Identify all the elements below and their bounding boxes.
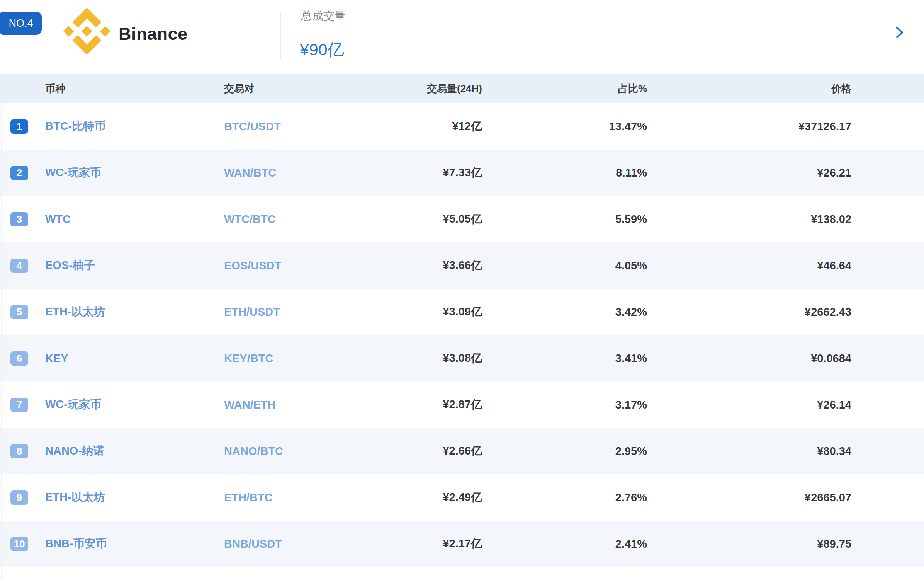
trading-pair-link[interactable]: WTC/BTC [214, 213, 337, 226]
rank-badge: 6 [10, 351, 28, 366]
price-cell: ¥26.21 [647, 167, 851, 179]
coin-name-link[interactable]: WC-玩家币 [35, 165, 214, 181]
price-cell: ¥2662.43 [647, 306, 851, 318]
total-volume-value: ¥90亿 [300, 39, 344, 61]
volume-cell: ¥12亿 [337, 119, 482, 134]
rank-badge: 2 [10, 166, 28, 180]
table-header-row: 币种 交易对 交易量(24H) 占比% 价格 [0, 74, 924, 103]
volume-cell: ¥2.49亿 [337, 490, 482, 505]
trading-pair-link[interactable]: ETH/USDT [214, 306, 337, 318]
table-row[interactable]: 4 EOS-柚子 EOS/USDT ¥3.66亿 4.05% ¥46.64 [0, 242, 924, 289]
share-cell: 2.95% [482, 445, 647, 458]
table-header-coin: 币种 [35, 82, 214, 95]
volume-cell: ¥3.66亿 [337, 258, 482, 273]
share-cell: 3.41% [482, 352, 647, 365]
table-row[interactable]: 8 NANO-纳诺 NANO/BTC ¥2.66亿 2.95% ¥80.34 [0, 428, 924, 474]
rank-cell: 5 [0, 305, 35, 319]
rank-badge: 10 [10, 537, 28, 551]
coin-name-link[interactable]: BTC-比特币 [35, 119, 214, 134]
header-divider [280, 13, 281, 59]
rank-cell: 10 [0, 537, 35, 551]
rank-cell: 8 [0, 444, 35, 458]
rank-cell: 3 [0, 212, 35, 226]
trading-pair-link[interactable]: WAN/ETH [214, 398, 337, 411]
table-row[interactable]: 6 KEY KEY/BTC ¥3.08亿 3.41% ¥0.0684 [0, 335, 924, 381]
table-header-price: 价格 [647, 82, 851, 95]
price-cell: ¥80.34 [647, 445, 851, 458]
rank-badge: 9 [10, 490, 28, 505]
price-cell: ¥2665.07 [647, 491, 851, 504]
volume-cell: ¥3.09亿 [337, 304, 482, 320]
rank-badge: 3 [10, 212, 28, 226]
page-left-border [1, 0, 2, 579]
price-cell: ¥46.64 [647, 259, 851, 272]
share-cell: 13.47% [482, 120, 647, 133]
rank-position-label: NO.4 [8, 17, 33, 29]
trading-pair-link[interactable]: NANO/BTC [214, 445, 337, 458]
total-volume-label: 总成交量 [301, 9, 346, 24]
volume-cell: ¥5.05亿 [337, 211, 482, 227]
table-header-share: 占比% [482, 82, 647, 95]
coin-name-link[interactable]: WTC [35, 213, 214, 226]
price-cell: ¥138.02 [647, 213, 851, 226]
share-cell: 2.41% [482, 538, 647, 550]
trading-pair-link[interactable]: EOS/USDT [214, 259, 337, 272]
table-header-pair: 交易对 [214, 82, 337, 95]
share-cell: 3.17% [482, 398, 647, 411]
coin-name-link[interactable]: ETH-以太坊 [35, 490, 214, 505]
price-cell: ¥26.14 [647, 398, 851, 411]
exchange-name: Binance [119, 0, 188, 68]
binance-logo-icon [63, 8, 110, 55]
table-header-volume: 交易量(24H) [337, 82, 482, 95]
volume-cell: ¥2.66亿 [337, 443, 482, 459]
volume-cell: ¥7.33亿 [337, 165, 482, 181]
coin-name-link[interactable]: BNB-币安币 [35, 536, 214, 552]
rank-cell: 4 [0, 259, 35, 273]
rank-badge: 5 [10, 305, 28, 319]
volume-cell: ¥3.08亿 [337, 351, 482, 366]
volume-cell: ¥2.17亿 [337, 536, 482, 552]
rank-badge: 4 [10, 259, 28, 273]
coin-name-link[interactable]: WC-玩家币 [35, 397, 214, 412]
trading-pair-link[interactable]: ETH/BTC [214, 491, 337, 504]
rank-position-badge: NO.4 [0, 12, 42, 35]
trading-pair-link[interactable]: KEY/BTC [214, 352, 337, 365]
share-cell: 2.76% [482, 491, 647, 504]
volume-cell: ¥2.87亿 [337, 397, 482, 412]
share-cell: 3.42% [482, 306, 647, 318]
coin-name-link[interactable]: NANO-纳诺 [35, 443, 214, 459]
rank-cell: 2 [0, 166, 35, 180]
table-row[interactable]: 7 WC-玩家币 WAN/ETH ¥2.87亿 3.17% ¥26.14 [0, 381, 924, 428]
rank-cell: 9 [0, 490, 35, 505]
table-row[interactable]: 3 WTC WTC/BTC ¥5.05亿 5.59% ¥138.02 [0, 196, 924, 242]
table-body: 1 BTC-比特币 BTC/USDT ¥12亿 13.47% ¥37126.17… [0, 103, 924, 567]
share-cell: 8.11% [482, 167, 647, 179]
trading-pair-link[interactable]: BNB/USDT [214, 538, 337, 550]
table-row[interactable]: 9 ETH-以太坊 ETH/BTC ¥2.49亿 2.76% ¥2665.07 [0, 474, 924, 521]
rank-cell: 7 [0, 398, 35, 412]
share-cell: 5.59% [482, 213, 647, 226]
rank-badge: 1 [10, 119, 28, 134]
rank-badge: 8 [10, 444, 28, 458]
rank-cell: 1 [0, 119, 35, 134]
trading-pair-link[interactable]: WAN/BTC [214, 167, 337, 179]
exchange-card-header[interactable]: NO.4 Binance 总成交量 ¥90亿 [0, 0, 924, 74]
share-cell: 4.05% [482, 259, 647, 272]
coin-name-link[interactable]: ETH-以太坊 [35, 304, 214, 320]
price-cell: ¥89.75 [647, 538, 851, 550]
table-row[interactable]: 1 BTC-比特币 BTC/USDT ¥12亿 13.47% ¥37126.17 [0, 103, 924, 150]
table-row[interactable]: 5 ETH-以太坊 ETH/USDT ¥3.09亿 3.42% ¥2662.43 [0, 289, 924, 335]
rank-badge: 7 [10, 398, 28, 412]
chevron-right-icon[interactable] [892, 25, 907, 40]
rank-cell: 6 [0, 351, 35, 366]
price-cell: ¥37126.17 [647, 120, 851, 133]
coin-name-link[interactable]: KEY [35, 352, 214, 365]
table-row[interactable]: 10 BNB-币安币 BNB/USDT ¥2.17亿 2.41% ¥89.75 [0, 521, 924, 567]
coin-name-link[interactable]: EOS-柚子 [35, 258, 214, 273]
trading-pair-link[interactable]: BTC/USDT [214, 120, 337, 133]
price-cell: ¥0.0684 [647, 352, 851, 365]
table-row[interactable]: 2 WC-玩家币 WAN/BTC ¥7.33亿 8.11% ¥26.21 [0, 150, 924, 196]
